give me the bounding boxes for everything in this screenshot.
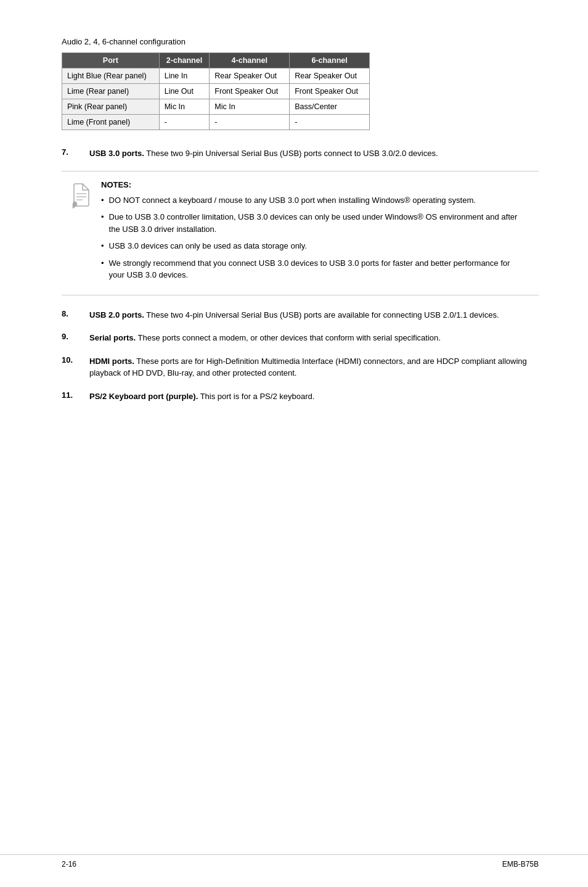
notes-list-item: DO NOT connect a keyboard / mouse to any…	[101, 194, 528, 207]
table-cell: Bass/Center	[290, 99, 370, 115]
notes-list-item: Due to USB 3.0 controller limitation, US…	[101, 211, 528, 235]
table-title: Audio 2, 4, 6-channel configuration	[62, 37, 539, 46]
col-header-4ch: 4-channel	[210, 53, 290, 68]
list-item-7: 7. USB 3.0 ports. These two 9-pin Univer…	[62, 147, 539, 160]
col-header-port: Port	[62, 53, 160, 68]
table-row: Lime (Rear panel) Line Out Front Speaker…	[62, 84, 370, 99]
list-item-9: 9. Serial ports. These ports connect a m…	[62, 332, 539, 344]
item-bold-9: Serial ports.	[89, 333, 136, 342]
item-number-11: 11.	[62, 390, 89, 400]
footer: 2-16 EMB-B75B	[0, 854, 588, 868]
table-cell: Mic In	[159, 99, 210, 115]
table-cell: Rear Speaker Out	[210, 68, 290, 84]
item-number-10: 10.	[62, 355, 89, 365]
audio-config-table: Port 2-channel 4-channel 6-channel Light…	[62, 52, 370, 130]
table-cell: Mic In	[210, 99, 290, 115]
list-item-10: 10. HDMI ports. These ports are for High…	[62, 355, 539, 379]
table-cell: Front Speaker Out	[290, 84, 370, 99]
item-bold-7: USB 3.0 ports.	[89, 149, 144, 158]
table-cell: -	[210, 115, 290, 130]
item-bold-10: HDMI ports.	[89, 357, 134, 366]
footer-left: 2-16	[62, 860, 76, 868]
item-content-9: Serial ports. These ports connect a mode…	[89, 332, 539, 344]
table-row: Pink (Rear panel) Mic In Mic In Bass/Cen…	[62, 99, 370, 115]
table-row: Lime (Front panel) - - -	[62, 115, 370, 130]
col-header-6ch: 6-channel	[290, 53, 370, 68]
notes-list-item: USB 3.0 devices can only be used as data…	[101, 240, 528, 252]
item-number-9: 9.	[62, 332, 89, 341]
notes-title: NOTES:	[101, 180, 528, 189]
list-item-11: 11. PS/2 Keyboard port (purple). This po…	[62, 390, 539, 403]
item-content-8: USB 2.0 ports. These two 4-pin Universal…	[89, 309, 539, 321]
item-text-10: These ports are for High-Definition Mult…	[89, 357, 527, 378]
table-cell: Rear Speaker Out	[290, 68, 370, 84]
notes-list: DO NOT connect a keyboard / mouse to any…	[101, 194, 528, 281]
col-header-2ch: 2-channel	[159, 53, 210, 68]
item-bold-11: PS/2 Keyboard port (purple).	[89, 392, 198, 401]
item-text-7: These two 9-pin Universal Serial Bus (US…	[144, 149, 438, 158]
item-content-10: HDMI ports. These ports are for High-Def…	[89, 355, 539, 379]
table-cell: Pink (Rear panel)	[62, 99, 160, 115]
notes-icon	[70, 181, 92, 213]
table-cell: Light Blue (Rear panel)	[62, 68, 160, 84]
table-cell: Line Out	[159, 84, 210, 99]
table-cell: Lime (Front panel)	[62, 115, 160, 130]
item-text-8: These two 4-pin Universal Serial Bus (US…	[144, 310, 499, 320]
notes-box: NOTES: DO NOT connect a keyboard / mouse…	[62, 171, 539, 295]
footer-right: EMB-B75B	[502, 860, 539, 868]
notes-content: NOTES: DO NOT connect a keyboard / mouse…	[101, 180, 528, 286]
item-content-7: USB 3.0 ports. These two 9-pin Universal…	[89, 147, 539, 160]
notes-list-item: We strongly recommend that you connect U…	[101, 257, 528, 281]
table-cell: Line In	[159, 68, 210, 84]
item-number-7: 7.	[62, 147, 89, 157]
table-cell: -	[290, 115, 370, 130]
item-content-11: PS/2 Keyboard port (purple). This port i…	[89, 390, 539, 403]
item-text-11: This port is for a PS/2 keyboard.	[198, 392, 314, 401]
list-item-8: 8. USB 2.0 ports. These two 4-pin Univer…	[62, 309, 539, 321]
table-cell: Lime (Rear panel)	[62, 84, 160, 99]
item-text-9: These ports connect a modem, or other de…	[136, 333, 441, 342]
table-cell: Front Speaker Out	[210, 84, 290, 99]
table-row: Light Blue (Rear panel) Line In Rear Spe…	[62, 68, 370, 84]
item-number-8: 8.	[62, 309, 89, 318]
item-bold-8: USB 2.0 ports.	[89, 310, 144, 320]
table-cell: -	[159, 115, 210, 130]
